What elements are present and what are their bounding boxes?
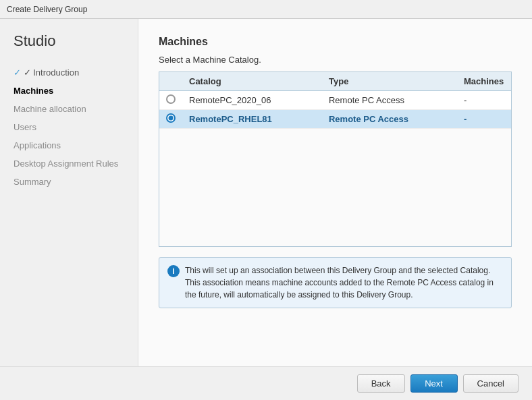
title-bar-label: Create Delivery Group [7, 5, 87, 14]
catalog-name: RemotePC_RHEL81 [182, 110, 322, 129]
radio-button[interactable] [166, 94, 176, 104]
table-header: Catalog Type Machines [159, 72, 511, 91]
back-button[interactable]: Back [357, 374, 405, 393]
sidebar-item-summary: Summary [0, 173, 138, 191]
sidebar-item-users: Users [0, 118, 138, 136]
info-text: This will set up an association between … [185, 264, 503, 301]
footer: Back Next Cancel [0, 366, 532, 400]
col-radio [159, 72, 182, 91]
catalog-machines: - [457, 110, 511, 129]
section-title: Machines [159, 36, 512, 48]
sidebar-item-desktop-assignment-rules: Desktop Assignment Rules [0, 154, 138, 173]
radio-button[interactable] [166, 113, 176, 123]
catalog-table: Catalog Type Machines RemotePC_2020_06Re… [159, 72, 511, 129]
catalog-machines: - [457, 91, 511, 110]
main-content: Machines Select a Machine Catalog. Catal… [138, 19, 532, 366]
cancel-button[interactable]: Cancel [463, 374, 518, 393]
table-row[interactable]: RemotePC_2020_06Remote PC Access- [159, 91, 511, 110]
catalog-type: Remote PC Access [322, 110, 457, 129]
info-icon: i [167, 265, 180, 277]
catalog-type: Remote PC Access [322, 91, 457, 110]
next-button[interactable]: Next [410, 374, 458, 393]
sidebar-item-applications: Applications [0, 136, 138, 154]
sidebar-item-machine-allocation: Machine allocation [0, 100, 138, 118]
catalog-table-container: Catalog Type Machines RemotePC_2020_06Re… [159, 72, 512, 247]
sidebar-item-introduction[interactable]: ✓ Introduction [0, 63, 138, 82]
col-type: Type [322, 72, 457, 91]
catalog-table-body: RemotePC_2020_06Remote PC Access-RemoteP… [159, 91, 511, 129]
dialog: Studio ✓ IntroductionMachinesMachine all… [0, 19, 532, 400]
col-machines: Machines [457, 72, 511, 91]
title-bar: Create Delivery Group [0, 0, 532, 19]
sidebar-item-machines[interactable]: Machines [0, 82, 138, 100]
sidebar: Studio ✓ IntroductionMachinesMachine all… [0, 19, 138, 366]
sub-title: Select a Machine Catalog. [159, 55, 512, 65]
info-box: i This will set up an association betwee… [159, 257, 512, 308]
dialog-body: Studio ✓ IntroductionMachinesMachine all… [0, 19, 532, 366]
table-row[interactable]: RemotePC_RHEL81Remote PC Access- [159, 110, 511, 129]
col-catalog: Catalog [182, 72, 322, 91]
catalog-name: RemotePC_2020_06 [182, 91, 322, 110]
sidebar-title: Studio [0, 32, 138, 63]
